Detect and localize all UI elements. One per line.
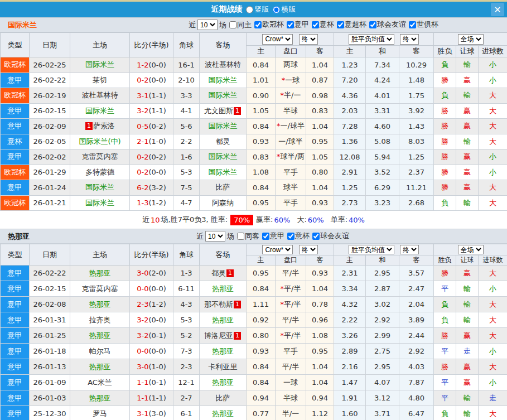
home-odds-cell: 0.95 — [247, 265, 276, 281]
league-checkbox[interactable] — [409, 21, 416, 28]
odds-stage-select[interactable]: 终 — [299, 34, 318, 45]
league-checkbox-label[interactable]: 球会友谊 — [369, 20, 406, 30]
match-type-cell: 意甲 — [1, 73, 30, 88]
home-team-name: 克雷莫内塞 — [82, 284, 118, 293]
away-team-cell: 比萨 — [200, 180, 247, 196]
home-team-name: 国际米兰 — [85, 107, 114, 115]
away-team-name: 热那亚 — [212, 316, 234, 324]
avg-home-cell: 4.32 — [334, 297, 366, 312]
match-date-cell: 26-01-09 — [30, 375, 70, 390]
layout-horizontal-option[interactable]: 横版 — [273, 4, 296, 15]
score-cell: 1-1(1-1) — [130, 390, 173, 406]
home-team-name: 罗马 — [93, 409, 107, 418]
same-away-checkbox-label[interactable]: 同客 — [237, 231, 259, 242]
league-checkbox[interactable] — [262, 233, 269, 240]
fulltime-score: 1-1 — [137, 378, 148, 387]
inter-recent-count-select[interactable]: 10 — [197, 20, 218, 30]
avg-stage-select[interactable]: 终 — [400, 34, 419, 45]
same-away-checkbox[interactable] — [237, 233, 244, 240]
avg-away-cell: 2.37 — [399, 165, 434, 180]
league-checkbox[interactable] — [254, 21, 262, 28]
same-home-checkbox[interactable] — [229, 21, 236, 28]
match-type-cell: 意甲 — [1, 119, 30, 134]
avg-away-cell: 1.43 — [399, 119, 434, 134]
home-team-cell: AC米兰 — [70, 375, 130, 390]
league-checkbox-label[interactable]: 意甲 — [287, 20, 309, 30]
league-checkbox-label[interactable]: 欧冠杯 — [254, 20, 284, 30]
result-cell: 勝 — [434, 149, 456, 165]
match-type-cell: 意杯 — [1, 134, 30, 149]
goals-cell: 小 — [479, 165, 507, 180]
home-team-name: 波杜基林特 — [82, 91, 118, 99]
score-cell: 0-2(0-0) — [130, 73, 173, 88]
result-cell: 勝 — [434, 359, 456, 375]
col-date: 日期 — [30, 33, 70, 57]
handicap-value: 一/球半 — [281, 122, 305, 130]
league-checkbox-label[interactable]: 意杯 — [287, 231, 310, 241]
corners-cell: 12-1 — [173, 375, 200, 390]
corners-cell: 2-10 — [173, 73, 200, 88]
halftime-score: (0-0) — [148, 168, 166, 176]
halftime-score: (1-1) — [148, 107, 166, 115]
league-checkbox[interactable] — [312, 21, 319, 28]
away-team-name: 都灵 — [211, 269, 226, 277]
bookmaker-select[interactable]: Crow* — [262, 245, 293, 254]
match-type-cell: 意甲 — [1, 406, 30, 420]
handicap-value: 平/半 — [282, 316, 299, 324]
close-icon[interactable]: ✕ — [491, 3, 504, 16]
league-checkbox[interactable] — [287, 233, 294, 240]
avg-away-cell: 1.75 — [399, 88, 434, 104]
vertical-radio[interactable] — [246, 6, 253, 13]
fulltime-score: 3-0 — [137, 363, 148, 371]
handicap-value: 半球 — [283, 107, 298, 115]
odds-stage-select[interactable]: 终 — [299, 245, 318, 254]
avg-type-select[interactable]: 胜平负均值 — [349, 34, 394, 45]
bookmaker-select[interactable]: Crow* — [262, 34, 293, 45]
avg-draw-cell: 2.95 — [366, 265, 399, 281]
result-cell: 勝 — [434, 165, 456, 180]
corners-cell: 4-3 — [173, 297, 200, 312]
away-team-name: 国际米兰 — [209, 152, 238, 161]
col-odds-away: 客 — [306, 255, 334, 265]
league-checkbox-label[interactable]: 意超杯 — [337, 20, 366, 30]
col-handicap: 盘口 — [276, 46, 306, 57]
red-flag-badge: 1 — [226, 269, 234, 277]
league-checkbox[interactable] — [337, 21, 344, 28]
horizontal-radio[interactable] — [273, 6, 280, 13]
league-checkbox[interactable] — [312, 233, 320, 240]
avg-away-cell: 3.89 — [399, 312, 434, 328]
same-home-checkbox-label[interactable]: 同主 — [229, 20, 252, 30]
handicap-cell: 半球 — [276, 103, 306, 119]
halftime-score: (0-0) — [148, 284, 166, 293]
scope-select[interactable]: 全场 — [458, 245, 484, 254]
league-checkbox-label[interactable]: 球会友谊 — [312, 231, 349, 241]
league-checkbox-label[interactable]: 意杯 — [312, 20, 334, 30]
match-row: 意甲 26-02-15 克雷莫内塞 0-0(0-0) 6-11 热那亚 0.84… — [1, 281, 507, 297]
result-cell: 勝 — [434, 265, 456, 281]
away-odds-cell: 0.93 — [306, 265, 334, 281]
away-team-cell: 阿森纳 — [200, 195, 247, 211]
away-team-name: 国际米兰 — [209, 122, 238, 130]
result-cell: 平 — [434, 281, 456, 297]
match-type-cell: 意甲 — [1, 390, 30, 406]
league-checkbox[interactable] — [287, 21, 294, 28]
avg-away-cell: 1.48 — [399, 73, 434, 88]
match-row: 意甲 26-02-08 热那亚 2-3(1-2) 4-3 那不勒斯1 1.11 … — [1, 297, 507, 312]
away-team-cell: 比萨 — [200, 390, 247, 406]
avg-type-select[interactable]: 胜平负均值 — [349, 245, 394, 254]
genoa-recent-count-select[interactable]: 10 — [205, 231, 225, 242]
layout-vertical-option[interactable]: 竖版 — [246, 4, 269, 15]
scope-select[interactable]: 全场 — [458, 34, 484, 45]
league-checkbox[interactable] — [369, 21, 376, 28]
match-type-cell: 意甲 — [1, 265, 30, 281]
league-checkbox-label[interactable]: 意甲 — [262, 231, 284, 241]
home-odds-cell: 1.05 — [247, 103, 276, 119]
score-cell: 1-1(0-1) — [130, 375, 173, 390]
handicap-value: 平/半 — [284, 284, 301, 293]
league-checkbox-label[interactable]: 世俱杯 — [409, 20, 438, 30]
score-cell: 0-2(0-2) — [130, 149, 173, 165]
match-type-cell: 欧冠杯 — [1, 195, 30, 211]
col-handicap-result: 让球 — [456, 46, 479, 57]
avg-stage-select[interactable]: 终 — [400, 245, 419, 254]
home-odds-cell: 0.93 — [247, 344, 276, 359]
